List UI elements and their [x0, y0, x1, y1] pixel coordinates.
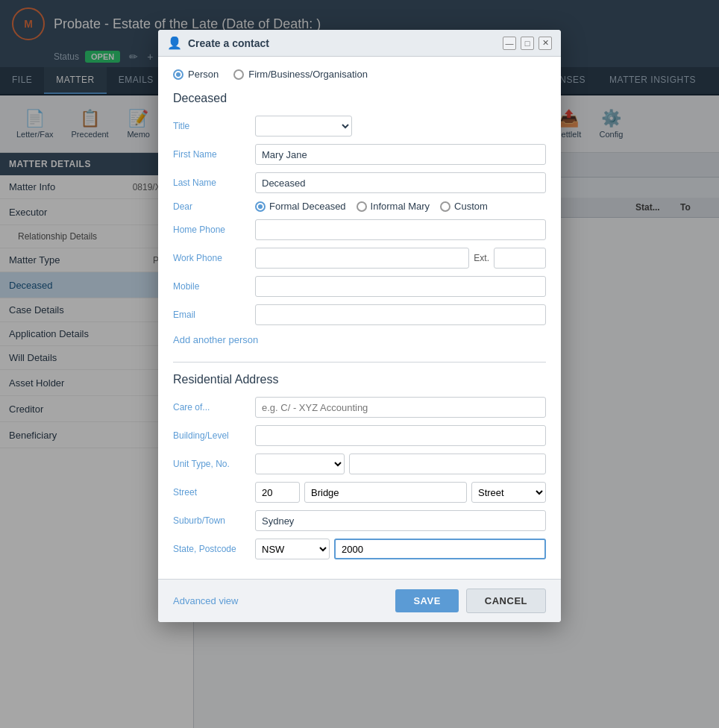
advanced-view-link[interactable]: Advanced view [173, 595, 238, 606]
building-input[interactable] [255, 425, 546, 446]
add-another-person-link[interactable]: Add another person [173, 334, 258, 345]
unit-number-input[interactable] [349, 454, 546, 474]
state-postcode-row: State, Postcode NSW VIC QLD WA SA TAS AC… [173, 539, 546, 559]
dear-formal-label: Formal Deceased [269, 201, 346, 212]
title-select[interactable]: Mr Mrs Ms Miss Dr [255, 116, 352, 136]
ext-label: Ext. [474, 253, 489, 263]
suburb-row: Suburb/Town [173, 510, 546, 531]
modal-minimize-button[interactable]: — [503, 37, 516, 50]
suburb-input[interactable] [255, 510, 546, 531]
radio-person-label: Person [188, 69, 219, 80]
unit-type-select[interactable]: Unit Apt Suite [255, 454, 345, 474]
dear-custom-radio [440, 201, 450, 212]
deceased-section-title: Deceased [173, 92, 546, 105]
dear-formal[interactable]: Formal Deceased [255, 201, 346, 212]
home-phone-row: Home Phone [173, 219, 546, 240]
street-name-input[interactable] [304, 482, 467, 503]
dear-row: Dear Formal Deceased Informal Mary Custo… [173, 201, 546, 212]
save-button[interactable]: SAVE [395, 589, 458, 612]
last-name-input[interactable] [255, 172, 546, 193]
mobile-row: Mobile [173, 276, 546, 297]
street-row: Street Street Avenue Road Drive Court Pl… [173, 482, 546, 503]
ext-input[interactable] [494, 248, 546, 269]
care-of-row: Care of... [173, 397, 546, 418]
dear-label: Dear [173, 201, 255, 212]
dear-custom-label: Custom [454, 201, 488, 212]
suburb-label: Suburb/Town [173, 515, 255, 526]
last-name-label: Last Name [173, 178, 255, 188]
dear-informal[interactable]: Informal Mary [357, 201, 430, 212]
modal-footer: Advanced view SAVE CANCEL [158, 579, 561, 622]
address-section-title: Residential Address [173, 373, 546, 386]
work-phone-row: Work Phone Ext. [173, 248, 546, 269]
street-label: Street [173, 487, 255, 498]
contact-icon: 👤 [167, 36, 182, 50]
building-row: Building/Level [173, 425, 546, 446]
building-label: Building/Level [173, 430, 255, 441]
modal-close-button[interactable]: ✕ [539, 37, 552, 50]
first-name-row: First Name [173, 144, 546, 165]
modal-titlebar: 👤 Create a contact — □ ✕ [158, 30, 561, 57]
work-phone-input[interactable] [255, 248, 469, 269]
first-name-label: First Name [173, 149, 255, 160]
create-contact-modal: 👤 Create a contact — □ ✕ Person Firm/Bus [158, 30, 561, 622]
last-name-row: Last Name [173, 172, 546, 193]
care-of-label: Care of... [173, 402, 255, 412]
mobile-input[interactable] [255, 276, 546, 297]
contact-type-group: Person Firm/Business/Organisation [173, 69, 546, 80]
radio-person-dot [173, 69, 183, 80]
work-phone-label: Work Phone [173, 253, 255, 263]
street-type-select[interactable]: Street Avenue Road Drive Court Place [471, 482, 546, 503]
dear-informal-radio [357, 201, 367, 212]
state-select[interactable]: NSW VIC QLD WA SA TAS ACT NT [255, 539, 330, 559]
dear-formal-radio [255, 201, 266, 212]
modal-maximize-button[interactable]: □ [521, 37, 534, 50]
first-name-input[interactable] [255, 144, 546, 165]
radio-org[interactable]: Firm/Business/Organisation [233, 69, 368, 80]
dear-options: Formal Deceased Informal Mary Custom [255, 201, 546, 212]
title-row: Title Mr Mrs Ms Miss Dr [173, 116, 546, 136]
radio-org-label: Firm/Business/Organisation [248, 69, 368, 80]
care-of-input[interactable] [255, 397, 546, 418]
modal-overlay: 👤 Create a contact — □ ✕ Person Firm/Bus [0, 0, 719, 728]
cancel-button[interactable]: CANCEL [466, 589, 546, 613]
modal-title: Create a contact [188, 37, 269, 49]
radio-person[interactable]: Person [173, 69, 219, 80]
postcode-input[interactable] [334, 539, 546, 559]
home-phone-label: Home Phone [173, 225, 255, 235]
email-label: Email [173, 310, 255, 320]
state-label: State, Postcode [173, 544, 255, 554]
home-phone-input[interactable] [255, 219, 546, 240]
dear-informal-label: Informal Mary [371, 201, 430, 212]
radio-org-dot [233, 69, 244, 80]
email-input[interactable] [255, 304, 546, 325]
unit-row: Unit Type, No. Unit Apt Suite [173, 454, 546, 474]
mobile-label: Mobile [173, 281, 255, 292]
street-number-input[interactable] [255, 482, 300, 503]
email-row: Email [173, 304, 546, 325]
title-label: Title [173, 121, 255, 131]
unit-label: Unit Type, No. [173, 459, 255, 469]
dear-custom[interactable]: Custom [440, 201, 488, 212]
